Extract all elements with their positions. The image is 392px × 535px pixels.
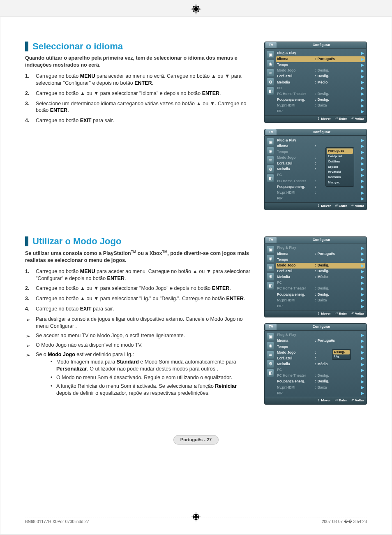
option-popup: Deslig.Lig.	[332, 349, 351, 360]
dropdown-option: Română	[327, 175, 353, 180]
menu-row-label: Melodia	[277, 167, 314, 171]
arrow-icon: ▶	[361, 97, 364, 102]
menu-row-value: Português	[318, 338, 335, 343]
menu-row-label: PIP	[277, 196, 314, 201]
panel-icons: ▣ ◉ ≋ ⚙ ◧	[266, 137, 274, 201]
panel-footer: ⇕ Mover ⏎ Enter ↶ Voltar	[264, 310, 367, 318]
arrow-icon: ▶	[361, 333, 364, 338]
menu-row-label: PC Home Theater	[277, 373, 314, 378]
heading-language: Seleccionar o idioma	[25, 42, 252, 51]
step-4: Carregue no botão EXIT para sair.	[25, 306, 252, 313]
page-number-badge: Português - 27	[25, 435, 367, 445]
print-footer: BN68-01177H-X0Por-0730.indd 27 2007-08-0…	[25, 517, 367, 525]
section-gamemode-text: Utilizar o Modo Jogo Se utilizar uma con…	[25, 236, 252, 411]
menu-row-label: PC	[277, 280, 314, 285]
menu-row-value: Médio	[318, 362, 328, 366]
arrow-icon: ▶	[361, 368, 364, 373]
section-language-text: Seleccionar o idioma Quando utilizar o a…	[25, 42, 252, 216]
arrow-icon: ▶	[361, 379, 364, 384]
panel-body: ▣ ◉ ≋ ⚙ ◧ Plug & Play▶Idioma:Português▶T…	[264, 49, 367, 116]
menu-row: Poupança energ.:Deslig.▶	[276, 379, 365, 384]
menu-row: Plug & Play▶	[276, 137, 365, 143]
tv-tab: TV	[265, 324, 277, 330]
panel-icons: ▣ ◉ ≋ ⚙ ◧	[266, 50, 274, 114]
hint-mover: ⇕ Mover	[317, 398, 331, 403]
register-mark-bottom	[191, 512, 201, 523]
arrow-icon: ▶	[361, 251, 364, 256]
menu-row: Nv.pr.HDMI:Baixa▶	[276, 384, 365, 390]
menu-row-value: Baixa	[318, 103, 327, 108]
dropdown-option: Čeština	[327, 159, 353, 164]
arrow-icon: ▶	[361, 150, 364, 155]
menu-row: Nv.pr.HDMI:Baixa▶	[276, 297, 365, 303]
intro-language: Quando utilizar o aparelho pela primeira…	[25, 55, 252, 69]
arrow-icon: ▶	[361, 138, 364, 143]
panel-menu: Plug & Play▶Idioma:Português▶Tempo▶Modo …	[276, 50, 365, 114]
menu-row-label: Ecrã azul	[277, 74, 314, 79]
note-2: Se aceder ao menu TV no Modo Jogo, o ecr…	[25, 332, 252, 339]
input-icon: ◧	[267, 282, 274, 290]
section-gamemode-panels: TV Configurar ▣ ◉ ≋ ⚙ ◧ Plug & Play▶Idio…	[260, 236, 367, 411]
menu-row-label: Idioma	[277, 338, 314, 343]
menu-row-label: Nv.pr.HDMI	[277, 298, 314, 303]
setup-icon: ⚙	[267, 360, 274, 368]
menu-row: Idioma:Português▶	[276, 338, 365, 344]
channel-icon: ≋	[267, 351, 274, 359]
sub-bullet-2: O Modo no menu Som é desactivado. Regule…	[51, 374, 252, 381]
menu-row: Tempo▶	[276, 62, 365, 68]
arrow-icon: ▶	[361, 184, 364, 189]
channel-icon: ≋	[267, 69, 274, 76]
arrow-icon: ▶	[361, 269, 364, 274]
dropdown-option: Português	[327, 148, 353, 154]
menu-row: PC Home Theater:Deslig.▶	[276, 91, 365, 97]
input-icon: ◧	[267, 87, 274, 95]
step-4: Carregue no botão EXIT para sair.	[25, 117, 252, 124]
menu-row-value: Deslig.	[318, 74, 329, 79]
step-1: Carregue no botão MENU para aceder ao me…	[25, 268, 252, 282]
menu-row-value: Baixa	[318, 385, 327, 390]
menu-row-label: Melodia	[277, 362, 314, 366]
note-3: O Modo Jogo não está disponível no modo …	[25, 342, 252, 349]
menu-row-label: PC	[277, 368, 314, 372]
arrow-icon: ▶	[361, 196, 364, 201]
panel-body: ▣ ◉ ≋ ⚙ ◧ Plug & Play▶Idioma:▶Tempo▶Modo…	[264, 136, 367, 203]
menu-row-value: Deslig.	[318, 263, 329, 268]
menu-row-label: Ecrã azul	[277, 269, 314, 273]
menu-row: Melodia:Médio▶	[276, 79, 365, 85]
menu-row-label: Modo Jogo	[277, 350, 314, 355]
input-icon: ◧	[267, 174, 274, 182]
menu-row-value: Deslig.	[318, 373, 329, 378]
arrow-icon: ▶	[361, 292, 364, 297]
hint-voltar: ↶ Voltar	[351, 312, 364, 316]
setup-icon: ⚙	[267, 165, 274, 173]
step-2: Carregue no botão ▲ ou ▼ para selecciona…	[25, 90, 252, 97]
steps-gamemode: Carregue no botão MENU para aceder ao me…	[25, 268, 252, 313]
arrow-icon: ▶	[361, 103, 364, 108]
menu-row-label: Idioma	[277, 252, 314, 256]
menu-row-value: Deslig.	[318, 68, 329, 73]
arrow-icon: ▶	[361, 286, 364, 291]
menu-row-value: Deslig.	[318, 92, 329, 96]
heading-bar	[25, 42, 28, 51]
arrow-icon: ▶	[361, 74, 364, 79]
panel-title: Configurar	[277, 238, 367, 242]
menu-row: PC▶	[276, 85, 365, 91]
menu-row: Modo Jogo:Deslig.▶	[276, 68, 365, 74]
menu-row-label: PIP	[277, 109, 314, 113]
menu-row: Ecrã azul:▶	[276, 355, 365, 361]
menu-row: PC▶	[276, 367, 365, 373]
panel-header: TV Configurar	[264, 323, 367, 330]
arrow-icon: ▶	[361, 263, 364, 268]
menu-row: PIP▶	[276, 390, 365, 396]
sound-icon: ◉	[267, 147, 274, 155]
menu-row-label: Idioma	[277, 57, 314, 61]
sound-icon: ◉	[267, 60, 274, 67]
menu-row: PIP▶	[276, 196, 365, 201]
tv-panel-1: TV Configurar ▣ ◉ ≋ ⚙ ◧ Plug & Play▶Idio…	[264, 42, 367, 123]
setup-icon: ⚙	[267, 78, 274, 86]
arrow-icon: ▶	[361, 257, 364, 262]
menu-row-value: Português	[318, 57, 335, 61]
notes-gamemode: Para desligar a consola de jogos e ligar…	[25, 316, 252, 397]
page-sheet: Seleccionar o idioma Quando utilizar o a…	[0, 16, 392, 535]
hint-mover: ⇕ Mover	[317, 117, 331, 121]
